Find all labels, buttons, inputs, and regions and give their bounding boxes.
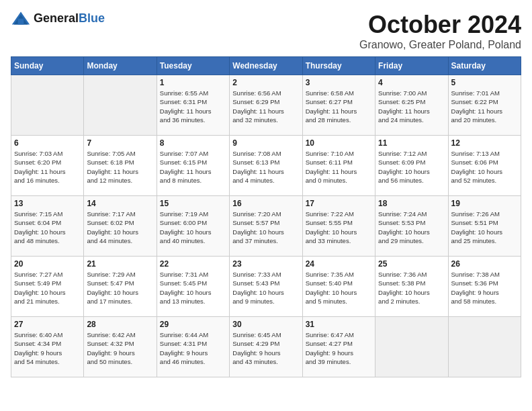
day-cell: 24Sunrise: 7:35 AM Sunset: 5:40 PM Dayli… <box>302 257 375 317</box>
week-row-5: 27Sunrise: 6:40 AM Sunset: 4:34 PM Dayli… <box>11 317 521 377</box>
day-info: Sunrise: 7:27 AM Sunset: 5:49 PM Dayligh… <box>14 270 81 306</box>
day-info: Sunrise: 7:19 AM Sunset: 6:00 PM Dayligh… <box>160 210 226 245</box>
day-cell: 28Sunrise: 6:42 AM Sunset: 4:32 PM Dayli… <box>84 317 157 377</box>
day-number: 28 <box>87 320 153 329</box>
day-cell: 6Sunrise: 7:03 AM Sunset: 6:20 PM Daylig… <box>11 136 84 196</box>
month-title: October 2024 <box>359 11 521 39</box>
day-cell: 21Sunrise: 7:29 AM Sunset: 5:47 PM Dayli… <box>84 257 157 317</box>
day-info: Sunrise: 7:24 AM Sunset: 5:53 PM Dayligh… <box>378 210 445 245</box>
day-cell: 26Sunrise: 7:38 AM Sunset: 5:36 PM Dayli… <box>448 257 521 317</box>
day-info: Sunrise: 7:15 AM Sunset: 6:04 PM Dayligh… <box>14 210 81 245</box>
day-number: 29 <box>160 320 226 329</box>
week-row-2: 6Sunrise: 7:03 AM Sunset: 6:20 PM Daylig… <box>11 136 521 196</box>
day-cell: 16Sunrise: 7:20 AM Sunset: 5:57 PM Dayli… <box>230 196 302 257</box>
day-number: 4 <box>378 78 445 87</box>
day-info: Sunrise: 7:03 AM Sunset: 6:20 PM Dayligh… <box>14 149 81 185</box>
day-info: Sunrise: 7:33 AM Sunset: 5:43 PM Dayligh… <box>232 270 299 306</box>
day-cell: 30Sunrise: 6:45 AM Sunset: 4:29 PM Dayli… <box>230 317 302 377</box>
day-number: 26 <box>451 259 518 269</box>
day-info: Sunrise: 6:56 AM Sunset: 6:29 PM Dayligh… <box>232 89 299 124</box>
day-info: Sunrise: 7:20 AM Sunset: 5:57 PM Dayligh… <box>232 210 299 245</box>
day-cell: 3Sunrise: 6:58 AM Sunset: 6:27 PM Daylig… <box>302 75 375 136</box>
day-info: Sunrise: 6:40 AM Sunset: 4:34 PM Dayligh… <box>14 330 81 366</box>
day-cell: 19Sunrise: 7:26 AM Sunset: 5:51 PM Dayli… <box>448 196 521 257</box>
day-cell: 4Sunrise: 7:00 AM Sunset: 6:25 PM Daylig… <box>375 75 448 136</box>
day-header-friday: Friday <box>375 57 448 75</box>
day-number: 3 <box>306 78 372 87</box>
day-cell: 23Sunrise: 7:33 AM Sunset: 5:43 PM Dayli… <box>230 257 302 317</box>
day-number: 31 <box>306 320 372 329</box>
title-area: October 2024 Granowo, Greater Poland, Po… <box>359 11 521 51</box>
day-info: Sunrise: 7:10 AM Sunset: 6:11 PM Dayligh… <box>306 149 372 185</box>
day-info: Sunrise: 7:35 AM Sunset: 5:40 PM Dayligh… <box>306 270 372 306</box>
day-cell: 27Sunrise: 6:40 AM Sunset: 4:34 PM Dayli… <box>11 317 84 377</box>
day-header-wednesday: Wednesday <box>230 57 302 75</box>
day-cell: 17Sunrise: 7:22 AM Sunset: 5:55 PM Dayli… <box>302 196 375 257</box>
day-info: Sunrise: 7:36 AM Sunset: 5:38 PM Dayligh… <box>378 270 445 306</box>
day-number: 14 <box>87 199 153 208</box>
day-cell <box>375 317 448 377</box>
day-cell: 13Sunrise: 7:15 AM Sunset: 6:04 PM Dayli… <box>11 196 84 257</box>
day-number: 7 <box>87 138 153 148</box>
day-number: 1 <box>160 78 226 87</box>
day-cell: 25Sunrise: 7:36 AM Sunset: 5:38 PM Dayli… <box>375 257 448 317</box>
day-cell <box>448 317 521 377</box>
day-number: 6 <box>14 138 81 148</box>
day-info: Sunrise: 7:38 AM Sunset: 5:36 PM Dayligh… <box>451 270 518 306</box>
day-info: Sunrise: 7:08 AM Sunset: 6:13 PM Dayligh… <box>232 149 299 185</box>
day-info: Sunrise: 7:01 AM Sunset: 6:22 PM Dayligh… <box>451 89 518 124</box>
day-headers: SundayMondayTuesdayWednesdayThursdayFrid… <box>11 57 521 75</box>
day-cell: 7Sunrise: 7:05 AM Sunset: 6:18 PM Daylig… <box>84 136 157 196</box>
day-info: Sunrise: 6:45 AM Sunset: 4:29 PM Dayligh… <box>232 330 299 366</box>
day-number: 11 <box>378 138 445 148</box>
day-number: 5 <box>451 78 518 87</box>
day-cell: 9Sunrise: 7:08 AM Sunset: 6:13 PM Daylig… <box>230 136 302 196</box>
day-cell: 8Sunrise: 7:07 AM Sunset: 6:15 PM Daylig… <box>157 136 229 196</box>
day-cell: 20Sunrise: 7:27 AM Sunset: 5:49 PM Dayli… <box>11 257 84 317</box>
day-number: 23 <box>232 259 299 269</box>
week-row-1: 1Sunrise: 6:55 AM Sunset: 6:31 PM Daylig… <box>11 75 521 136</box>
day-info: Sunrise: 6:55 AM Sunset: 6:31 PM Dayligh… <box>160 89 226 124</box>
day-header-sunday: Sunday <box>11 57 84 75</box>
day-number: 24 <box>306 259 372 269</box>
day-number: 2 <box>232 78 299 87</box>
day-info: Sunrise: 7:22 AM Sunset: 5:55 PM Dayligh… <box>306 210 372 245</box>
week-row-4: 20Sunrise: 7:27 AM Sunset: 5:49 PM Dayli… <box>11 257 521 317</box>
calendar-body: 1Sunrise: 6:55 AM Sunset: 6:31 PM Daylig… <box>11 75 521 377</box>
day-number: 30 <box>232 320 299 329</box>
day-number: 17 <box>306 199 372 208</box>
week-row-3: 13Sunrise: 7:15 AM Sunset: 6:04 PM Dayli… <box>11 196 521 257</box>
day-cell: 29Sunrise: 6:44 AM Sunset: 4:31 PM Dayli… <box>157 317 229 377</box>
day-cell <box>11 75 84 136</box>
logo-general: General <box>34 11 79 26</box>
day-number: 19 <box>451 199 518 208</box>
day-info: Sunrise: 7:00 AM Sunset: 6:25 PM Dayligh… <box>378 89 445 124</box>
day-info: Sunrise: 6:58 AM Sunset: 6:27 PM Dayligh… <box>306 89 372 124</box>
day-header-monday: Monday <box>84 57 157 75</box>
svg-rect-2 <box>18 19 24 25</box>
day-info: Sunrise: 6:44 AM Sunset: 4:31 PM Dayligh… <box>160 330 226 366</box>
day-number: 25 <box>378 259 445 269</box>
logo-blue: Blue <box>79 11 105 26</box>
day-header-tuesday: Tuesday <box>157 57 229 75</box>
day-cell: 11Sunrise: 7:12 AM Sunset: 6:09 PM Dayli… <box>375 136 448 196</box>
day-number: 20 <box>14 259 81 269</box>
day-number: 16 <box>232 199 299 208</box>
day-number: 13 <box>14 199 81 208</box>
logo-icon <box>11 11 31 26</box>
day-header-saturday: Saturday <box>448 57 521 75</box>
day-number: 12 <box>451 138 518 148</box>
day-number: 22 <box>160 259 226 269</box>
day-cell: 1Sunrise: 6:55 AM Sunset: 6:31 PM Daylig… <box>157 75 229 136</box>
day-cell: 18Sunrise: 7:24 AM Sunset: 5:53 PM Dayli… <box>375 196 448 257</box>
day-info: Sunrise: 6:47 AM Sunset: 4:27 PM Dayligh… <box>306 330 372 366</box>
day-info: Sunrise: 7:31 AM Sunset: 5:45 PM Dayligh… <box>160 270 226 306</box>
day-info: Sunrise: 7:07 AM Sunset: 6:15 PM Dayligh… <box>160 149 226 185</box>
day-cell: 31Sunrise: 6:47 AM Sunset: 4:27 PM Dayli… <box>302 317 375 377</box>
day-number: 8 <box>160 138 226 148</box>
day-info: Sunrise: 7:13 AM Sunset: 6:06 PM Dayligh… <box>451 149 518 185</box>
day-cell <box>84 75 157 136</box>
day-info: Sunrise: 7:05 AM Sunset: 6:18 PM Dayligh… <box>87 149 153 185</box>
day-number: 27 <box>14 320 81 329</box>
location-title: Granowo, Greater Poland, Poland <box>359 39 521 51</box>
